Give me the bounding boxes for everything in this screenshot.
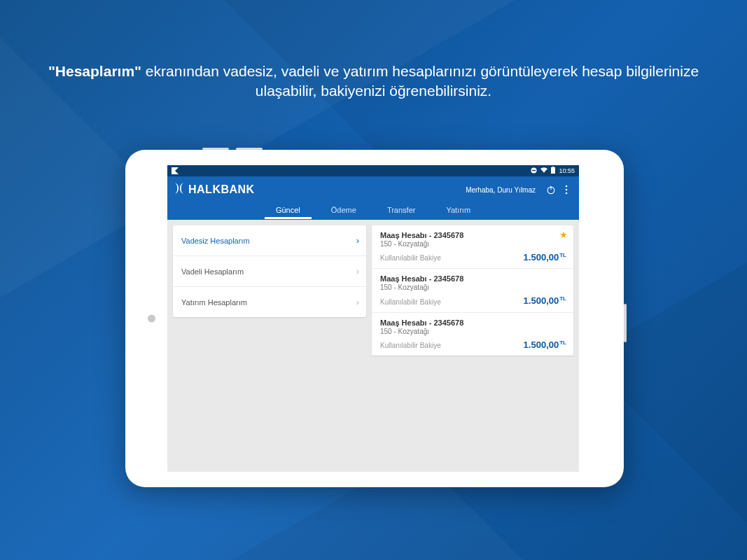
statusbar: 10:55: [167, 165, 579, 176]
svg-point-7: [566, 186, 568, 188]
tablet-button: [202, 148, 229, 150]
tabs: Güncel Ödeme Transfer Yatırım: [167, 203, 579, 220]
sidebar-item-vadeli[interactable]: Vadeli Hesaplarım ›: [173, 256, 366, 287]
balance-label: Kullanılabilir Bakiye: [380, 298, 441, 306]
app-screen: 10:55 HALKBANK Merhaba, Duru Yılmaz: [167, 165, 579, 472]
tab-guncel[interactable]: Güncel: [274, 206, 302, 217]
promo-text: "Hesaplarım" ekranından vadesiz, vadeli …: [0, 62, 747, 102]
svg-point-9: [566, 192, 568, 195]
sidebar-card: Vadesiz Hesaplarım › Vadeli Hesaplarım ›…: [173, 225, 366, 317]
account-title: Maaş Hesabı - 2345678: [380, 318, 566, 327]
tab-transfer[interactable]: Transfer: [386, 206, 417, 217]
promo-bold: "Hesaplarım": [48, 63, 141, 79]
greeting: Merhaba, Duru Yılmaz: [466, 186, 536, 194]
tablet-camera: [148, 315, 155, 323]
sidebar-item-vadesiz[interactable]: Vadesiz Hesaplarım ›: [173, 225, 366, 256]
balance-label: Kullanılabilir Bakiye: [380, 342, 441, 349]
sidebar: Vadesiz Hesaplarım › Vadeli Hesaplarım ›…: [167, 220, 370, 472]
account-title: Maaş Hesabı - 2345678: [380, 231, 566, 239]
svg-point-8: [566, 189, 568, 191]
account-title: Maaş Hesabı - 2345678: [380, 274, 566, 283]
account-branch: 150 - Kozyatağı: [380, 240, 566, 248]
account-branch: 150 - Kozyatağı: [380, 328, 566, 335]
chevron-right-icon: ›: [356, 266, 359, 276]
balance-value: 1.500,00TL: [524, 295, 566, 306]
star-icon[interactable]: ★: [559, 230, 568, 240]
tablet-button: [236, 148, 263, 150]
account-row[interactable]: Maaş Hesabı - 2345678 150 - Kozyatağı Ku…: [372, 313, 573, 356]
svg-rect-2: [532, 169, 536, 170]
appbar: HALKBANK Merhaba, Duru Yılmaz: [167, 176, 579, 203]
tab-odeme[interactable]: Ödeme: [330, 206, 358, 217]
do-not-disturb-icon: [531, 167, 537, 175]
accounts-card: ★ Maaş Hesabı - 2345678 150 - Kozyatağı …: [372, 225, 573, 356]
account-row[interactable]: ★ Maaş Hesabı - 2345678 150 - Kozyatağı …: [372, 225, 573, 269]
statusbar-app-icon: [172, 167, 179, 175]
accounts-panel: ★ Maaş Hesabı - 2345678 150 - Kozyatağı …: [370, 220, 579, 472]
chevron-right-icon: ›: [356, 235, 359, 246]
statusbar-time: 10:55: [559, 167, 575, 174]
tab-yatirim[interactable]: Yatırım: [445, 206, 472, 217]
chevron-right-icon: ›: [356, 297, 359, 307]
wifi-icon: [540, 167, 547, 175]
account-branch: 150 - Kozyatağı: [380, 284, 566, 291]
balance-label: Kullanılabilir Bakiye: [380, 254, 441, 262]
sidebar-item-yatirim[interactable]: Yatırım Hesaplarım ›: [173, 287, 366, 317]
sidebar-item-label: Vadesiz Hesaplarım: [181, 237, 250, 245]
svg-rect-3: [551, 167, 555, 174]
tablet-frame: 10:55 HALKBANK Merhaba, Duru Yılmaz: [125, 150, 624, 487]
brand-name: HALKBANK: [188, 183, 255, 196]
brand: HALKBANK: [173, 182, 255, 197]
more-button[interactable]: [561, 184, 572, 195]
sidebar-item-label: Vadeli Hesaplarım: [181, 267, 244, 276]
balance-value: 1.500,00TL: [524, 252, 566, 262]
battery-icon: [551, 167, 555, 175]
logout-button[interactable]: [545, 184, 557, 195]
tablet-button: [624, 304, 627, 342]
content: Vadesiz Hesaplarım › Vadeli Hesaplarım ›…: [167, 220, 579, 472]
brand-logo-icon: [173, 182, 186, 197]
sidebar-item-label: Yatırım Hesaplarım: [181, 298, 247, 307]
promo-rest: ekranından vadesiz, vadeli ve yatırım he…: [141, 63, 699, 99]
svg-marker-0: [172, 167, 179, 174]
balance-value: 1.500,00TL: [524, 340, 566, 350]
svg-rect-4: [552, 167, 554, 168]
account-row[interactable]: Maaş Hesabı - 2345678 150 - Kozyatağı Ku…: [372, 269, 573, 312]
